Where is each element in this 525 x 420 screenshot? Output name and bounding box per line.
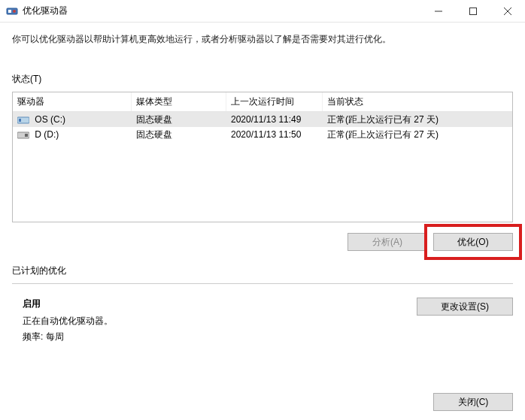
drive-name: D (D:) (35, 129, 59, 140)
cell-drive: D (D:) (13, 128, 132, 141)
schedule-freq: 频率: 每周 (23, 331, 417, 343)
table-row[interactable]: D (D:) 固态硬盘 2020/11/13 11:50 正常(距上次运行已有 … (13, 127, 512, 142)
table-body: OS (C:) 固态硬盘 2020/11/13 11:49 正常(距上次运行已有… (13, 112, 512, 142)
freq-value: 每周 (46, 331, 64, 342)
schedule-desc: 正在自动优化驱动器。 (23, 315, 417, 328)
drive-icon (17, 116, 29, 125)
divider (12, 283, 513, 284)
cell-lastrun: 2020/11/13 11:49 (226, 113, 323, 126)
header-media[interactable]: 媒体类型 (132, 92, 226, 111)
maximize-button[interactable] (456, 0, 490, 23)
cell-media: 固态硬盘 (132, 127, 226, 143)
window-title: 优化驱动器 (23, 5, 421, 17)
analyze-button[interactable]: 分析(A) (347, 233, 427, 251)
schedule-info: 启用 正在自动优化驱动器。 频率: 每周 (12, 298, 417, 346)
optimize-highlight: 优化(O) (424, 224, 522, 260)
action-buttons: 分析(A) 优化(O) (12, 233, 513, 251)
schedule-on-label: 启用 (23, 298, 417, 310)
titlebar: 优化驱动器 (0, 0, 525, 23)
svg-rect-8 (19, 119, 21, 122)
schedule-section-label: 已计划的优化 (12, 264, 513, 277)
app-icon (6, 5, 18, 17)
status-section-label: 状态(T) (12, 73, 513, 86)
svg-rect-4 (470, 8, 477, 14)
description-text: 你可以优化驱动器以帮助计算机更高效地运行，或者分析驱动器以了解是否需要对其进行优… (12, 33, 513, 46)
window-controls (421, 0, 525, 23)
svg-rect-10 (25, 134, 28, 137)
close-dialog-button[interactable]: 关闭(C) (433, 393, 513, 411)
cell-lastrun: 2020/11/13 11:50 (226, 128, 323, 141)
drive-icon (17, 131, 29, 140)
table-header-row: 驱动器 媒体类型 上一次运行时间 当前状态 (13, 92, 512, 112)
table-row[interactable]: OS (C:) 固态硬盘 2020/11/13 11:49 正常(距上次运行已有… (13, 112, 512, 127)
close-button[interactable] (490, 0, 525, 23)
header-lastrun[interactable]: 上一次运行时间 (226, 92, 323, 111)
header-status[interactable]: 当前状态 (323, 92, 512, 111)
drive-name: OS (C:) (35, 114, 65, 125)
svg-rect-1 (8, 10, 11, 13)
svg-point-2 (13, 10, 16, 13)
minimize-button[interactable] (421, 0, 456, 23)
freq-label: 频率: (23, 331, 43, 342)
cell-drive: OS (C:) (13, 113, 132, 126)
cell-media: 固态硬盘 (132, 112, 226, 128)
footer: 关闭(C) (433, 393, 513, 411)
drives-table: 驱动器 媒体类型 上一次运行时间 当前状态 OS (C:) 固态硬盘 2020/… (12, 92, 513, 222)
optimize-button[interactable]: 优化(O) (433, 233, 513, 251)
cell-status: 正常(距上次运行已有 27 天) (323, 127, 512, 143)
change-settings-button[interactable]: 更改设置(S) (417, 298, 513, 316)
cell-status: 正常(距上次运行已有 27 天) (323, 112, 512, 128)
header-drive[interactable]: 驱动器 (13, 92, 132, 111)
